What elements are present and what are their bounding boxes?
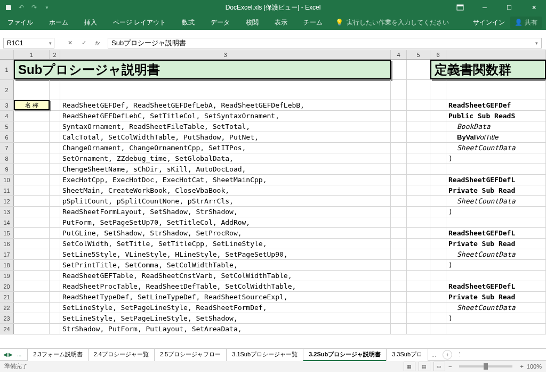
cell[interactable]: SheetCountData	[446, 143, 546, 153]
cell[interactable]: )	[446, 313, 546, 323]
tab-scroll-left-icon[interactable]: ◀	[3, 352, 7, 357]
name-box[interactable]: R1C1	[3, 38, 54, 48]
cell[interactable]: ReadSheetFormLayout, SetShadow, StrShado…	[60, 207, 391, 217]
title-cell-right[interactable]: 定義書関数群	[430, 60, 546, 79]
sheet-tab[interactable]: 2.4プロシージャー覧	[88, 348, 155, 361]
cell[interactable]: ReadSheetGEFDef, ReadSheetGEFDefLebA, Re…	[60, 100, 391, 110]
row-header[interactable]: 21	[0, 292, 14, 302]
row-header[interactable]: 23	[0, 313, 14, 323]
close-button[interactable]: ✕	[521, 0, 546, 15]
label-cell[interactable]: 名 称	[14, 100, 50, 110]
col-header[interactable]: 4	[391, 50, 407, 59]
maximize-button[interactable]: ☐	[497, 0, 521, 15]
cell[interactable]: SetLineStyle, SetPageLineStyle, SetShado…	[60, 313, 391, 323]
row-header[interactable]: 1	[0, 60, 14, 79]
page-break-button[interactable]: ▭	[433, 362, 445, 371]
row-header[interactable]: 15	[0, 228, 14, 238]
cell[interactable]: ExecHotCpp, ExecHotDoc, ExecHotCat, Shee…	[60, 175, 391, 185]
cell[interactable]: ReadSheetGEFDefL	[446, 228, 546, 238]
row-header[interactable]: 10	[0, 175, 14, 185]
row-header[interactable]: 17	[0, 249, 14, 259]
tell-me-search[interactable]: 💡 実行したい作業を入力してください	[335, 18, 449, 27]
cell[interactable]	[446, 217, 546, 227]
row-header[interactable]: 16	[0, 239, 14, 249]
redo-icon[interactable]: ↷	[29, 2, 39, 13]
cell[interactable]: pSplitCount, pSplitCountNone, pStrArrCls…	[60, 196, 391, 206]
sheet-tab[interactable]: 3.2Subプロシージャ説明書	[303, 348, 387, 361]
tab-data[interactable]: データ	[207, 16, 233, 29]
cell[interactable]	[446, 164, 546, 174]
row-header[interactable]: 6	[0, 132, 14, 142]
normal-view-button[interactable]: ▦	[404, 362, 415, 371]
cell[interactable]: Private Sub Read	[446, 185, 546, 195]
title-cell-left[interactable]: Subプロシージャ説明書	[14, 60, 391, 79]
cell[interactable]: Public Sub ReadS	[446, 111, 546, 121]
row-header[interactable]: 19	[0, 271, 14, 281]
cell[interactable]: SetColWidth, SetTitle, SetTitleCpp, SetL…	[60, 239, 391, 249]
cell[interactable]: SetPrintTitle, SetComma, SetColWidthTabl…	[60, 260, 391, 270]
tab-home[interactable]: ホーム	[46, 16, 71, 29]
sheet-tab[interactable]: 2.5プロシージャフロー	[154, 348, 227, 361]
row-header[interactable]: 4	[0, 111, 14, 121]
tab-view[interactable]: 表示	[271, 16, 291, 29]
row-header[interactable]: 18	[0, 260, 14, 270]
enter-formula-icon[interactable]: ✓	[78, 38, 90, 48]
cell[interactable]: )	[446, 153, 546, 164]
cell[interactable]: ReadSheetProcTable, ReadSheetDefTable, S…	[60, 281, 391, 291]
tab-scroll-right-icon[interactable]: ▶	[9, 352, 13, 357]
row-header[interactable]: 8	[0, 153, 14, 164]
share-button[interactable]: 👤 共有	[510, 17, 542, 29]
zoom-level[interactable]: 100%	[527, 363, 542, 370]
cell[interactable]: ReadSheetGEFTable, ReadSheetCnstVarb, Se…	[60, 271, 391, 281]
col-header[interactable]	[446, 50, 546, 59]
cell[interactable]: SetLineStyle, SetPageLineStyle, ReadShee…	[60, 303, 391, 313]
tab-team[interactable]: チーム	[300, 16, 326, 29]
spreadsheet-grid[interactable]: 1Subプロシージャ説明書定義書関数群23名 称ReadSheetGEFDef,…	[0, 60, 546, 348]
col-header[interactable]: 6	[430, 50, 446, 59]
cell[interactable]: BookData	[446, 121, 546, 132]
zoom-slider[interactable]	[459, 365, 512, 368]
cell[interactable]: SheetCountData	[446, 249, 546, 259]
row-header[interactable]: 7	[0, 143, 14, 153]
row-header[interactable]: 3	[0, 100, 14, 110]
cell[interactable]: ReadSheetGEFDefL	[446, 175, 546, 185]
col-header[interactable]: 1	[14, 50, 50, 59]
col-header[interactable]: 3	[60, 50, 391, 59]
cell[interactable]: PutForm, SetPageSetUp70, SetTitleCol, Ad…	[60, 217, 391, 227]
sheet-tab[interactable]: 2.3フォーム説明書	[27, 348, 88, 361]
row-header[interactable]: 11	[0, 185, 14, 195]
row-header[interactable]: 12	[0, 196, 14, 206]
cell[interactable]: PutGLine, SetShadow, StrShadow, SetProcR…	[60, 228, 391, 238]
sheet-tab[interactable]: 3.1Subプロシージャー覧	[226, 348, 303, 361]
ribbon-display-button[interactable]	[448, 0, 472, 15]
row-header[interactable]: 24	[0, 324, 14, 334]
signin-link[interactable]: サインイン	[473, 18, 505, 27]
tab-insert[interactable]: 挿入	[81, 16, 100, 29]
cell[interactable]: ByVal VolTitle	[446, 132, 546, 142]
row-header[interactable]: 2	[0, 80, 14, 100]
minimize-button[interactable]: ─	[472, 0, 497, 15]
cell[interactable]: SetOrnament, ZZdebug_time, SetGlobalData…	[60, 153, 391, 164]
cell[interactable]: )	[446, 260, 546, 270]
cell[interactable]: ReadSheetGEFDefLebC, SetTitleCol, SetSyn…	[60, 111, 391, 121]
cell[interactable]: StrShadow, PutForm, PutLayout, SetAreaDa…	[60, 324, 391, 334]
cell[interactable]: ChangeOrnament, ChangeOrnamentCpp, SetIT…	[60, 143, 391, 153]
cell[interactable]: ReadSheetGEFDef	[446, 100, 546, 110]
row-header[interactable]: 9	[0, 164, 14, 174]
row-header[interactable]: 13	[0, 207, 14, 217]
cell[interactable]: SetLine5Style, VLineStyle, HLineStyle, S…	[60, 249, 391, 259]
formula-input[interactable]: Subプロシージャ説明書	[108, 38, 542, 48]
cell[interactable]: Private Sub Read	[446, 292, 546, 302]
undo-icon[interactable]: ↶	[16, 2, 27, 13]
select-all-triangle[interactable]	[0, 50, 14, 59]
cell[interactable]: )	[446, 207, 546, 217]
new-sheet-button[interactable]: +	[443, 350, 452, 360]
tab-page-layout[interactable]: ページ レイアウト	[110, 16, 169, 29]
row-header[interactable]: 5	[0, 121, 14, 132]
qat-dropdown-icon[interactable]: ▼	[42, 2, 52, 13]
zoom-in-button[interactable]: +	[520, 363, 523, 370]
page-layout-button[interactable]: ▤	[419, 362, 430, 371]
cell[interactable]: SyntaxOrnament, ReadSheetFileTable, SetT…	[60, 121, 391, 132]
tab-overflow-right[interactable]: ...	[428, 352, 439, 358]
col-header[interactable]: 5	[407, 50, 430, 59]
